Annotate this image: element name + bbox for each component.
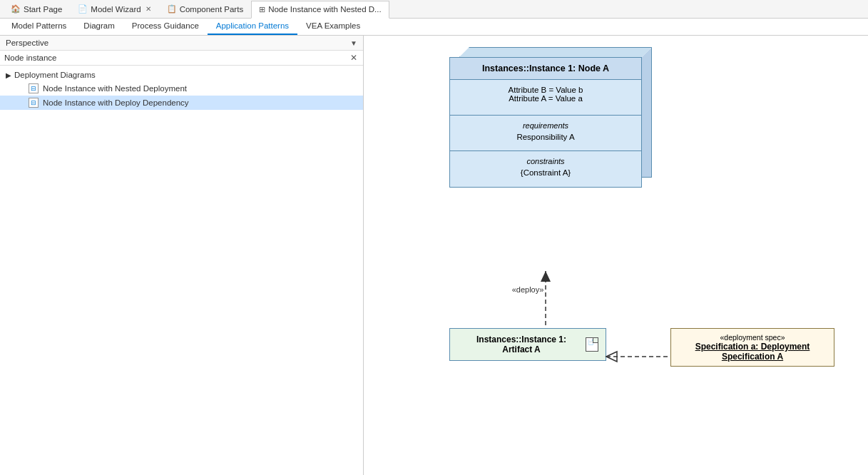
left-panel: Perspective ▼ ✕ ▶ Deployment Diagrams ⊟ … [0, 36, 364, 475]
artifact-header: Instances::Instance 1: Artifact A 📄 [450, 329, 606, 360]
perspective-label: Perspective [6, 39, 48, 47]
attribute-b: Attribute B = Value b [459, 86, 633, 94]
node-front-face: Instances::Instance 1: Node A Attribute … [449, 57, 642, 188]
tree-area: ▶ Deployment Diagrams ⊟ Node Instance wi… [0, 66, 363, 475]
tab-close-icon[interactable]: ✕ [145, 5, 151, 13]
artifact-name: Instances::Instance 1: Artifact A [457, 334, 586, 354]
constraints-title: constraints [459, 157, 633, 165]
artifact-file-icon: 📄 [586, 337, 598, 352]
deploy-spec-stereotype: «deployment spec» [678, 333, 827, 342]
search-input[interactable] [4, 53, 349, 62]
svg-marker-1 [541, 271, 551, 282]
tab-start-page[interactable]: 🏠 Start Page [3, 0, 70, 18]
deploy-spec-header: «deployment spec» Specification a: Deplo… [671, 329, 834, 366]
node-requirements-section: requirements Responsibility A [450, 116, 641, 151]
tab-component-parts[interactable]: 📋 Component Parts [159, 0, 252, 18]
dropdown-arrow-icon[interactable]: ▼ [350, 39, 357, 47]
node-constraints-section: constraints {Constraint A} [450, 151, 641, 187]
main-layout: Perspective ▼ ✕ ▶ Deployment Diagrams ⊟ … [0, 36, 868, 475]
search-clear-icon[interactable]: ✕ [349, 53, 359, 63]
grid-icon: ⊞ [259, 5, 265, 14]
doc-icon: 📄 [78, 4, 88, 14]
diagram-icon-2: ⊟ [29, 98, 39, 108]
tree-item-node-nested[interactable]: ⊟ Node Instance with Nested Deployment [0, 81, 363, 96]
node-side-face [642, 47, 652, 178]
perspective-bar: Perspective ▼ [0, 36, 363, 51]
node-top-face [459, 47, 652, 57]
tab-application-patterns[interactable]: Application Patterns [208, 19, 297, 35]
deploy-spec-name: Specification a: Deployment Specificatio… [678, 342, 827, 362]
svg-marker-3 [606, 352, 617, 362]
tab-vea-examples[interactable]: VEA Examples [297, 19, 369, 35]
deploy-label: «deploy» [492, 285, 563, 294]
attribute-a: Attribute A = Value a [459, 94, 633, 103]
diagram-icon: ⊟ [29, 83, 39, 93]
top-tab-bar: 🏠 Start Page 📄 Model Wizard ✕ 📋 Componen… [0, 0, 868, 19]
node-instance-box: Instances::Instance 1: Node A Attribute … [449, 57, 642, 188]
tab-model-patterns[interactable]: Model Patterns [3, 19, 75, 35]
diagram-container: Instances::Instance 1: Node A Attribute … [392, 50, 868, 464]
node-attributes-section: Attribute B = Value b Attribute A = Valu… [450, 80, 641, 116]
expand-arrow-icon: ▶ [6, 71, 11, 79]
tab-node-instance[interactable]: ⊞ Node Instance with Nested D... [251, 1, 389, 19]
list-icon: 📋 [167, 4, 177, 14]
right-panel: Instances::Instance 1: Node A Attribute … [364, 36, 868, 475]
artifact-box: Instances::Instance 1: Artifact A 📄 [449, 328, 606, 361]
tree-group-deployment-diagrams[interactable]: ▶ Deployment Diagrams [0, 68, 363, 81]
tab-model-wizard[interactable]: 📄 Model Wizard ✕ [70, 0, 158, 18]
node-3d-shape: Instances::Instance 1: Node A Attribute … [449, 57, 642, 188]
constraints-content: {Constraint A} [459, 168, 633, 177]
tree-item-node-deploy[interactable]: ⊟ Node Instance with Deploy Dependency [0, 96, 363, 110]
requirements-title: requirements [459, 121, 633, 130]
home-icon: 🏠 [11, 4, 21, 14]
requirements-content: Responsibility A [459, 133, 633, 141]
tab-diagram[interactable]: Diagram [75, 19, 123, 35]
nav-tab-bar: Model Patterns Diagram Process Guidance … [0, 19, 868, 36]
node-header: Instances::Instance 1: Node A [450, 58, 641, 80]
search-bar: ✕ [0, 51, 363, 66]
deployment-spec-box: «deployment spec» Specification a: Deplo… [670, 328, 834, 367]
tab-process-guidance[interactable]: Process Guidance [123, 19, 208, 35]
